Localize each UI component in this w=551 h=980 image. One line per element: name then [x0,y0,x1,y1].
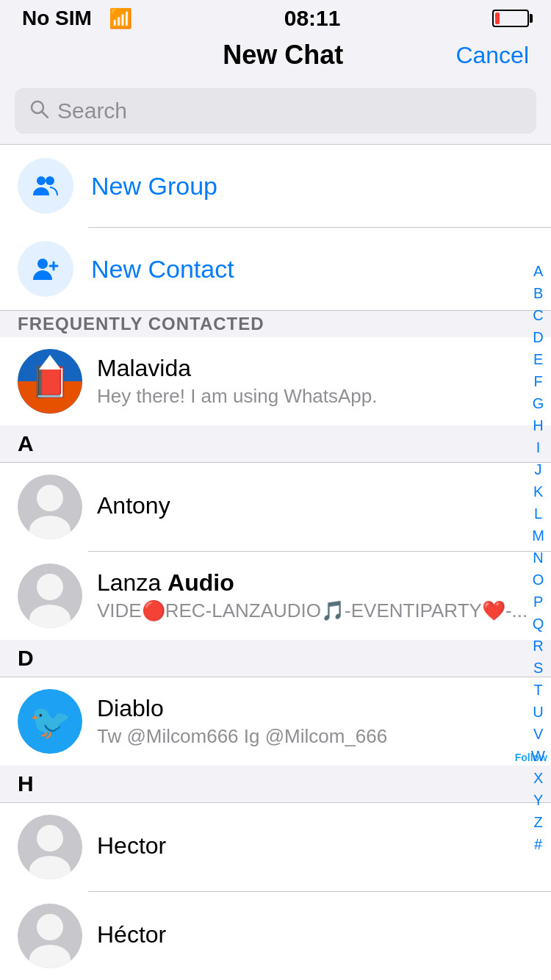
person-icon [18,475,82,539]
svg-point-15 [29,945,71,968]
person-icon [18,904,82,968]
action-section: New Group New Contact [0,145,551,310]
contact-name: Hector [97,832,533,860]
person-add-icon [30,253,61,284]
contact-info: Lanza Audio VIDE🔴REC-LANZAUDIO🎵-EVENTIPA… [97,569,533,622]
carrier-label: No SIM 📶 [22,7,132,30]
search-bar[interactable]: Search [15,88,536,134]
alpha-index-item-X[interactable]: X [533,767,543,789]
alpha-index-item-A[interactable]: A [533,260,543,282]
avatar: 🐦 Follow [18,689,82,754]
list-item[interactable]: 🐦 Follow Diablo Tw @Milcom666 Ig @Milcom… [0,677,551,765]
svg-line-1 [42,112,48,118]
cancel-button[interactable]: Cancel [455,42,529,69]
list-item[interactable]: 📕 Malavida Hey there! I am using WhatsAp… [0,337,551,425]
alpha-index-item-E[interactable]: E [533,348,543,370]
alpha-index-item-Q[interactable]: Q [533,613,544,635]
alpha-index-item-F[interactable]: F [533,370,542,392]
alpha-index-item-G[interactable]: G [533,392,544,414]
avatar [18,563,82,628]
contact-status: VIDE🔴REC-LANZAUDIO🎵-EVENTIPARTY❤️-... [97,599,533,622]
contact-name: Héctor [97,921,533,948]
alpha-index-item-T[interactable]: T [533,679,542,701]
battery-level [495,12,500,24]
alpha-index-item-S[interactable]: S [533,657,543,679]
alpha-index-item-L[interactable]: L [534,502,542,525]
search-placeholder: Search [57,98,127,123]
new-contact-item[interactable]: New Contact [0,228,551,310]
alpha-index-item-P[interactable]: P [533,591,543,613]
svg-marker-7 [39,355,61,370]
alpha-index-item-U[interactable]: U [533,701,543,723]
alpha-index-item-D[interactable]: D [533,326,543,348]
contact-name: Antony [97,492,533,519]
avatar: 📕 [18,349,82,414]
alpha-index-item-I[interactable]: I [536,436,541,458]
list-item[interactable]: Hector [0,803,551,891]
alpha-index-item-#[interactable]: # [534,833,542,855]
wifi-icon: 📶 [109,7,132,29]
list-item[interactable]: Lanza Audio VIDE🔴REC-LANZAUDIO🎵-EVENTIPA… [0,552,551,640]
alpha-index-item-N[interactable]: N [533,547,543,569]
alpha-index-item-H[interactable]: H [533,414,543,436]
contact-status: Hey there! I am using WhatsApp. [97,385,533,408]
svg-point-3 [46,176,54,185]
new-group-icon-container [18,158,73,214]
search-icon [29,99,48,123]
section-header-H: H [0,765,551,803]
group-icon [30,170,61,201]
svg-point-11 [29,605,71,628]
alpha-index-item-B[interactable]: B [533,282,543,304]
alpha-index-item-K[interactable]: K [533,480,543,502]
alpha-index-item-V[interactable]: V [533,723,543,745]
frequently-contacted-list: 📕 Malavida Hey there! I am using WhatsAp… [0,337,551,425]
alpha-index-item-R[interactable]: R [533,635,543,657]
status-bar: No SIM 📶 08:11 [0,0,551,32]
new-group-item[interactable]: New Group [0,145,551,227]
alpha-index-item-Z[interactable]: Z [533,811,542,833]
alpha-index-item-Y[interactable]: Y [533,789,543,811]
section-header-D: D [0,640,551,677]
battery-icon [492,10,529,27]
alpha-index-item-W[interactable]: W [531,745,545,767]
section-header-A: A [0,425,551,463]
contact-status: Tw @Milcom666 Ig @Milcom_666 [97,725,533,748]
avatar [18,475,82,539]
time-label: 08:11 [284,6,341,31]
contact-info: Hector [97,832,533,862]
contact-info: Héctor [97,921,533,951]
list-item[interactable]: Héctor [0,892,551,980]
status-right [492,10,529,27]
avatar [18,904,82,968]
frequently-contacted-section-header: FREQUENTLY CONTACTED [0,311,551,337]
svg-point-10 [37,574,63,600]
svg-point-9 [29,516,71,539]
contact-name: Diablo [97,695,533,722]
svg-point-2 [37,176,46,185]
avatar [18,815,82,879]
svg-point-8 [37,485,63,511]
svg-point-13 [29,856,71,879]
alpha-index-item-O[interactable]: O [533,569,544,591]
section-A-contacts: Antony Lanza Audio VIDE🔴REC-LANZAUDIO🎵-E… [0,463,551,640]
alpha-index-item-C[interactable]: C [533,304,543,326]
svg-point-12 [37,825,63,851]
nav-bar: New Chat Cancel [0,32,551,81]
svg-point-14 [37,914,63,940]
section-H-contacts: Hector Héctor [0,803,551,980]
contact-info: Antony [97,492,533,522]
page-title: New Chat [223,40,343,71]
contact-info: Diablo Tw @Milcom666 Ig @Milcom_666 [97,695,533,748]
section-D-contacts: 🐦 Follow Diablo Tw @Milcom666 Ig @Milcom… [0,677,551,765]
svg-point-4 [37,259,48,269]
new-group-label: New Group [91,172,217,201]
new-contact-icon-container [18,241,73,297]
contact-name: Malavida [97,355,533,382]
alpha-index-item-J[interactable]: J [535,458,542,480]
person-icon [18,815,82,879]
search-container: Search [0,81,551,144]
alpha-index: ABCDEFGHIJKLMNOPQRSTUVWXYZ# [525,257,551,858]
list-item[interactable]: Antony [0,463,551,551]
alpha-index-item-M[interactable]: M [532,525,544,547]
contact-info: Malavida Hey there! I am using WhatsApp. [97,355,533,408]
